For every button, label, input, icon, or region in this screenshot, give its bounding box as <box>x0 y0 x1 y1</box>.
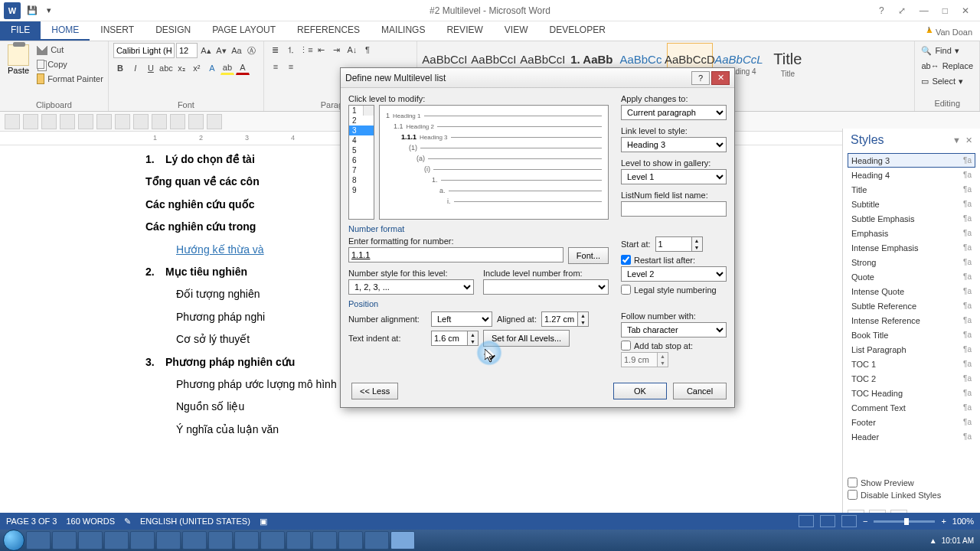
style-list-item[interactable]: List Paragraph¶a <box>848 342 975 357</box>
status-page[interactable]: PAGE 3 OF 3 <box>6 517 57 526</box>
style-list-item[interactable]: Subtle Emphasis¶a <box>848 211 975 226</box>
taskbar-app[interactable] <box>156 531 181 549</box>
web-layout-icon[interactable] <box>841 515 857 527</box>
addin-button[interactable] <box>5 114 20 129</box>
style-list-item[interactable]: Subtitle¶a <box>848 197 975 211</box>
style-list-item[interactable]: Quote¶a <box>848 269 975 284</box>
paste-button[interactable]: Paste <box>5 43 32 77</box>
format-painter-button[interactable]: Format Painter <box>37 72 103 86</box>
style-list-item[interactable]: Title¶a <box>848 182 975 197</box>
tab-mailings[interactable]: MAILINGS <box>371 21 436 41</box>
underline-button[interactable]: U <box>144 61 158 75</box>
add-tab-checkbox[interactable]: Add tab stop at: <box>621 341 727 350</box>
sort-icon[interactable]: A↓ <box>345 43 359 57</box>
bold-button[interactable]: B <box>113 61 127 75</box>
num-align-select[interactable]: Left <box>431 311 492 327</box>
dialog-help-icon[interactable]: ? <box>691 71 710 85</box>
zoom-slider[interactable] <box>874 520 935 523</box>
style-list-item[interactable]: TOC 2¶a <box>848 371 975 386</box>
font-button[interactable]: Font... <box>568 247 609 264</box>
addin-button[interactable] <box>78 114 93 129</box>
account-user[interactable]: Van Doan <box>917 21 980 41</box>
addin-button[interactable] <box>170 114 185 129</box>
tab-review[interactable]: REVIEW <box>436 21 493 41</box>
tab-view[interactable]: VIEW <box>494 21 539 41</box>
replace-button[interactable]: ab↔ Replace <box>921 58 973 73</box>
addin-button[interactable] <box>188 114 204 129</box>
font-size-input[interactable] <box>176 43 198 58</box>
tab-references[interactable]: REFERENCES <box>286 21 371 41</box>
taskbar-app[interactable] <box>182 531 207 549</box>
disable-linked-checkbox[interactable]: Disable Linked Styles <box>848 490 975 500</box>
style-list-item[interactable]: Intense Quote¶a <box>848 284 975 298</box>
taskbar-app[interactable] <box>26 531 51 549</box>
ribbon-options-icon[interactable]: ⤢ <box>893 4 910 18</box>
style-list-item[interactable]: Heading 3¶a <box>848 153 975 168</box>
close-icon[interactable]: ✕ <box>957 4 974 18</box>
addin-button[interactable] <box>133 114 149 129</box>
style-list-item[interactable]: Comment Text¶a <box>848 400 975 415</box>
align-center-icon[interactable]: ≡ <box>284 60 298 73</box>
addin-button[interactable] <box>60 114 75 129</box>
restart-checkbox[interactable]: Restart list after: <box>621 255 727 265</box>
style-list-item[interactable]: Header¶a <box>848 429 975 444</box>
link-level-select[interactable]: Heading 3 <box>621 137 727 152</box>
addin-button[interactable] <box>152 114 167 129</box>
italic-button[interactable]: I <box>129 61 142 75</box>
find-button[interactable]: 🔍 Find ▾ <box>921 43 959 58</box>
style-list-item[interactable]: Footer¶a <box>848 415 975 429</box>
qat-dropdown-icon[interactable]: ▾ <box>42 4 56 18</box>
style-swatch[interactable]: TitleTitle <box>765 43 811 86</box>
cut-button[interactable]: Cut <box>37 43 103 57</box>
strike-button[interactable]: abc <box>159 61 173 75</box>
status-words[interactable]: 160 WORDS <box>66 517 115 526</box>
numbering-icon[interactable]: ⒈ <box>284 43 298 57</box>
select-button[interactable]: ▭ Select ▾ <box>921 73 963 89</box>
maximize-icon[interactable]: □ <box>938 4 952 18</box>
start-at-spinner[interactable]: ▲▼ <box>655 236 703 252</box>
legal-checkbox[interactable]: Legal style numbering <box>621 285 727 295</box>
bullets-icon[interactable]: ≣ <box>269 43 283 57</box>
style-list-item[interactable]: Strong¶a <box>848 255 975 269</box>
copy-button[interactable]: Copy <box>37 57 103 71</box>
tab-file[interactable]: FILE <box>0 21 41 41</box>
change-case-icon[interactable]: Aa <box>230 44 243 57</box>
style-list-item[interactable]: Intense Reference¶a <box>848 313 975 328</box>
superscript-button[interactable]: x² <box>190 61 204 75</box>
dialog-close-icon[interactable]: ✕ <box>711 71 730 85</box>
style-list-item[interactable]: Emphasis¶a <box>848 226 975 240</box>
addin-button[interactable] <box>207 114 222 129</box>
number-format-input[interactable] <box>348 247 564 262</box>
taskbar-app[interactable] <box>104 531 129 549</box>
tab-home[interactable]: HOME <box>41 21 90 41</box>
taskbar-app[interactable] <box>260 531 285 549</box>
addin-button[interactable] <box>41 114 57 129</box>
qat-save-icon[interactable]: 💾 <box>25 4 39 18</box>
addin-button[interactable] <box>115 114 130 129</box>
tab-developer[interactable]: DEVELOPER <box>538 21 616 41</box>
show-marks-icon[interactable]: ¶ <box>361 43 374 57</box>
addin-button[interactable] <box>96 114 112 129</box>
status-macro-icon[interactable]: ▣ <box>260 517 267 527</box>
style-list-item[interactable]: Subtle Reference¶a <box>848 298 975 313</box>
taskbar-app[interactable] <box>286 531 311 549</box>
pane-dropdown-icon[interactable]: ▼ <box>952 135 961 145</box>
taskbar-app[interactable] <box>208 531 233 549</box>
tray-icon[interactable]: ▲ <box>929 536 937 545</box>
text-indent-spinner[interactable]: ▲▼ <box>431 331 479 346</box>
taskbar-app[interactable] <box>338 531 363 549</box>
minimize-icon[interactable]: — <box>915 4 933 18</box>
shrink-font-icon[interactable]: A▾ <box>214 44 228 57</box>
show-preview-checkbox[interactable]: Show Preview <box>848 478 975 487</box>
style-list-item[interactable]: Book Title¶a <box>848 328 975 342</box>
less-button[interactable]: << Less <box>351 383 398 399</box>
apply-changes-select[interactable]: Current paragraph <box>621 105 727 120</box>
taskbar-app[interactable] <box>130 531 155 549</box>
style-list-item[interactable]: TOC 1¶a <box>848 357 975 371</box>
decrease-indent-icon[interactable]: ⇤ <box>315 43 328 57</box>
highlight-icon[interactable]: ab <box>220 61 234 75</box>
restart-select[interactable]: Level 2 <box>621 266 727 282</box>
print-layout-icon[interactable] <box>820 515 835 527</box>
ok-button[interactable]: OK <box>613 383 667 399</box>
zoom-in-icon[interactable]: + <box>941 517 946 526</box>
